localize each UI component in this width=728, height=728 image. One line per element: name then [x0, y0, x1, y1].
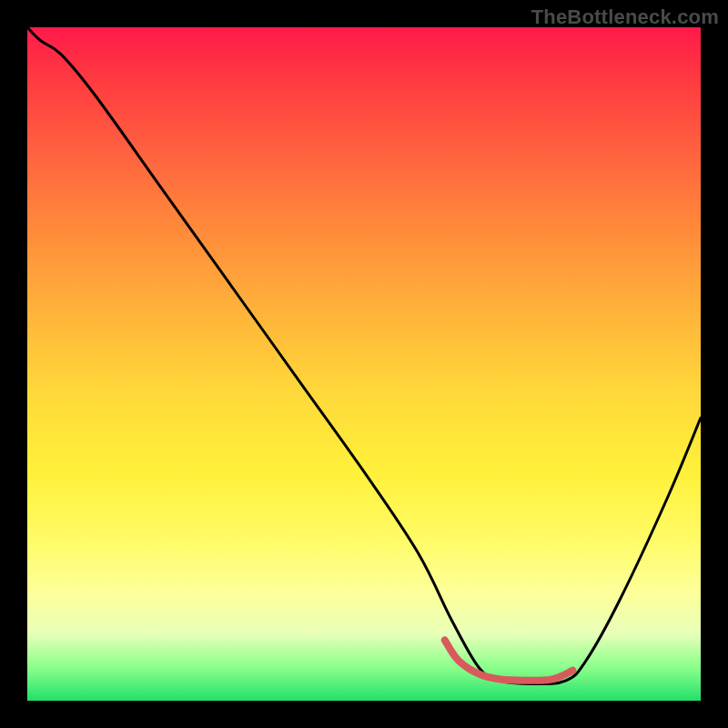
chart-svg [27, 27, 701, 701]
watermark-text: TheBottleneck.com [531, 5, 719, 29]
bottleneck-curve [27, 27, 701, 684]
